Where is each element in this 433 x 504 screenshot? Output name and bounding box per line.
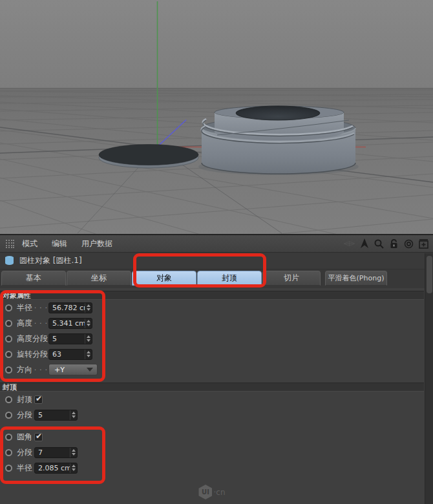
height-field[interactable]: 5.341 cm — [48, 318, 92, 329]
check-icon: ✔ — [36, 432, 42, 441]
attribute-menubar: 模式 编辑 用户数据 — [0, 235, 433, 253]
caps-segments-field[interactable]: 5 — [34, 410, 78, 421]
property-row-height: 高度. . . 5.341 cm — [0, 315, 433, 331]
property-label: 圆角 — [17, 432, 32, 443]
viewport-3d[interactable] — [0, 0, 433, 234]
lid-object[interactable] — [198, 106, 359, 175]
lock-icon[interactable] — [388, 238, 399, 249]
property-label: 半径 — [17, 463, 32, 474]
add-layer-icon[interactable] — [418, 238, 429, 249]
keyframe-circle-icon[interactable] — [5, 335, 12, 342]
magnifier-icon[interactable] — [374, 238, 385, 249]
watermark-suffix: ·cn — [213, 488, 225, 497]
attribute-content: 对象属性 半径. . . 56.782 cm 高度. . . 5.341 cm … — [0, 288, 433, 476]
section-caps: 封顶 — [0, 383, 424, 392]
tab-object[interactable]: 对象 — [132, 271, 196, 286]
menu-user-data[interactable]: 用户数据 — [74, 238, 120, 249]
cylinder-icon — [5, 256, 14, 266]
tab-bar: 基本 坐标 对象 封顶 切片 平滑着色(Phong) — [0, 269, 433, 288]
property-row-caps: 封顶 ✔ — [0, 392, 433, 407]
keyframe-circle-icon[interactable] — [5, 412, 12, 419]
orientation-dropdown[interactable]: +Y — [48, 364, 98, 375]
scrollbar-thumb[interactable] — [427, 256, 432, 293]
fillet-segments-field[interactable]: 7 — [34, 447, 78, 458]
scrollbar[interactable] — [425, 253, 433, 504]
fillet-radius-field[interactable]: 2.085 cm — [34, 463, 78, 474]
keyframe-circle-icon[interactable] — [5, 449, 12, 456]
property-label: 分段 — [17, 447, 32, 458]
object-title: 圆柱对象 [圆柱.1] — [19, 255, 82, 266]
chevron-down-icon — [87, 368, 93, 372]
tab-phong[interactable]: 平滑着色(Phong) — [325, 271, 387, 286]
cursor-arrow-icon[interactable] — [359, 238, 370, 249]
stepper-arrows-icon[interactable] — [85, 319, 92, 328]
keyframe-circle-icon[interactable] — [5, 465, 12, 472]
rotation-segments-field[interactable]: 63 — [48, 349, 92, 360]
keyframe-circle-icon[interactable] — [5, 396, 12, 403]
tab-slice[interactable]: 切片 — [262, 271, 321, 286]
caps-checkbox[interactable]: ✔ — [34, 395, 43, 404]
section-object-properties: 对象属性 — [0, 291, 424, 300]
keyframe-circle-icon[interactable] — [5, 304, 12, 311]
stepper-arrows-icon[interactable] — [85, 334, 92, 344]
stepper-arrows-icon[interactable] — [70, 448, 77, 457]
keyframe-circle-icon[interactable] — [5, 351, 12, 358]
tab-basic[interactable]: 基本 — [1, 271, 66, 286]
viewport-scene — [0, 0, 433, 234]
object-header: 圆柱对象 [圆柱.1] — [0, 253, 433, 269]
property-label: 高度分段 — [17, 333, 48, 344]
property-label: 方向 — [17, 364, 32, 375]
keyframe-circle-icon[interactable] — [5, 320, 12, 327]
tab-coordinates[interactable]: 坐标 — [67, 271, 131, 286]
property-row-fillet: 圆角 ✔ — [0, 429, 433, 445]
c4d-window: 模式 编辑 用户数据 — [0, 0, 433, 504]
fillet-checkbox[interactable]: ✔ — [34, 433, 43, 441]
check-icon: ✔ — [36, 394, 42, 403]
target-icon[interactable] — [403, 238, 414, 249]
label-dots: . . . — [34, 318, 48, 329]
watermark: UI ·cn — [0, 485, 424, 499]
property-row-rotation-segments: 旋转分段 63 — [0, 346, 433, 362]
menu-edit[interactable]: 编辑 — [45, 238, 74, 249]
tab-caps[interactable]: 封顶 — [197, 271, 262, 286]
property-row-caps-segments: 分段 5 — [0, 407, 433, 423]
label-dots: . . . — [34, 302, 48, 313]
keyframe-circle-icon[interactable] — [5, 434, 12, 441]
stepper-arrows-icon[interactable] — [70, 463, 77, 473]
viewport-sky — [0, 0, 433, 89]
height-segments-field[interactable]: 5 — [48, 333, 92, 344]
label-dots: . . . — [34, 364, 48, 375]
hexagon-logo-icon: UI — [198, 485, 212, 499]
stepper-arrows-icon[interactable] — [70, 410, 77, 420]
property-row-fillet-segments: 分段 7 — [0, 445, 433, 460]
property-label: 半径 — [17, 302, 32, 313]
stepper-arrows-icon[interactable] — [85, 350, 92, 359]
property-label: 旋转分段 — [17, 349, 48, 360]
property-label: 高度 — [17, 318, 32, 329]
menu-mode[interactable]: 模式 — [15, 238, 45, 249]
property-row-orientation: 方向. . . +Y — [0, 362, 433, 377]
radius-field[interactable]: 56.782 cm — [48, 302, 92, 313]
stepper-arrows-icon[interactable] — [85, 303, 92, 313]
disc-object[interactable] — [99, 145, 198, 169]
property-row-height-segments: 高度分段 5 — [0, 331, 433, 346]
property-row-radius: 半径. . . 56.782 cm — [0, 300, 433, 315]
attribute-manager: 模式 编辑 用户数据 — [0, 234, 433, 504]
property-row-fillet-radius: 半径 2.085 cm — [0, 460, 433, 476]
keyframe-circle-icon[interactable] — [5, 366, 12, 373]
property-label: 封顶 — [17, 394, 32, 405]
grid-handle-icon[interactable] — [4, 238, 15, 249]
property-label: 分段 — [17, 410, 32, 421]
pyramid-icon — [344, 238, 355, 249]
